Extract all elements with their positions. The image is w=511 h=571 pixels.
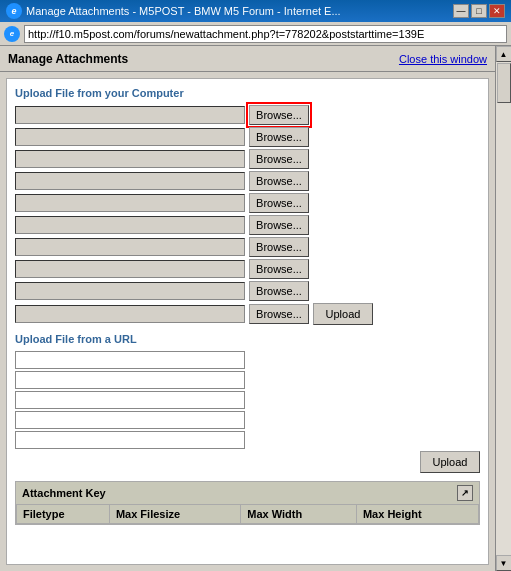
file-input-2[interactable] (15, 128, 245, 146)
url-input-3[interactable] (15, 391, 245, 409)
attachment-key-section: Attachment Key ↗ Filetype Max Filesize M… (15, 481, 480, 525)
scroll-up-button[interactable]: ▲ (496, 46, 512, 62)
browse-button-3[interactable]: Browse... (249, 149, 309, 169)
upload-file-title: Upload File from your Computer (15, 87, 480, 99)
upload-row-3: Browse... (15, 149, 480, 169)
manage-header: Manage Attachments Close this window (0, 46, 495, 72)
file-input-9[interactable] (15, 282, 245, 300)
table-header-row: Filetype Max Filesize Max Width Max Heig… (17, 505, 479, 524)
title-bar-left: e Manage Attachments - M5POST - BMW M5 F… (6, 3, 341, 19)
upload-file-section: Upload File from your Computer Browse...… (15, 87, 480, 325)
address-input[interactable] (24, 25, 507, 43)
close-button[interactable]: ✕ (489, 4, 505, 18)
upload-row-2: Browse... (15, 127, 480, 147)
col-max-width: Max Width (241, 505, 357, 524)
file-input-7[interactable] (15, 238, 245, 256)
upload-row-7: Browse... (15, 237, 480, 257)
close-window-link[interactable]: Close this window (399, 53, 487, 65)
scroll-thumb[interactable] (497, 63, 511, 103)
scroll-track (496, 62, 512, 555)
attachment-key-table: Filetype Max Filesize Max Width Max Heig… (16, 504, 479, 524)
url-fields (15, 351, 480, 449)
browse-button-7[interactable]: Browse... (249, 237, 309, 257)
upload-row-9: Browse... (15, 281, 480, 301)
upload-row-8: Browse... (15, 259, 480, 279)
upload-file-button[interactable]: Upload (313, 303, 373, 325)
browse-button-5[interactable]: Browse... (249, 193, 309, 213)
browse-button-8[interactable]: Browse... (249, 259, 309, 279)
browse-button-6[interactable]: Browse... (249, 215, 309, 235)
col-max-filesize: Max Filesize (109, 505, 240, 524)
title-bar: e Manage Attachments - M5POST - BMW M5 F… (0, 0, 511, 22)
upload-row-1: Browse... (15, 105, 480, 125)
browse-button-10[interactable]: Browse... (249, 304, 309, 324)
file-input-10[interactable] (15, 305, 245, 323)
inner-panel: Upload File from your Computer Browse...… (6, 78, 489, 565)
content-area: Manage Attachments Close this window Upl… (0, 46, 495, 571)
col-filetype: Filetype (17, 505, 110, 524)
maximize-button[interactable]: □ (471, 4, 487, 18)
ie-icon: e (6, 3, 22, 19)
upload-url-section: Upload File from a URL Upload (15, 333, 480, 473)
upload-row-4: Browse... (15, 171, 480, 191)
file-input-5[interactable] (15, 194, 245, 212)
upload-url-button[interactable]: Upload (420, 451, 480, 473)
upload-row-5: Browse... (15, 193, 480, 213)
url-input-4[interactable] (15, 411, 245, 429)
file-input-8[interactable] (15, 260, 245, 278)
url-input-2[interactable] (15, 371, 245, 389)
manage-title: Manage Attachments (8, 52, 128, 66)
file-input-4[interactable] (15, 172, 245, 190)
attachment-key-header: Attachment Key ↗ (16, 482, 479, 504)
file-input-6[interactable] (15, 216, 245, 234)
url-bottom-row: Upload (15, 451, 480, 473)
main-container: Manage Attachments Close this window Upl… (0, 46, 511, 571)
attachment-key-title: Attachment Key (22, 487, 106, 499)
scrollbar: ▲ ▼ (495, 46, 511, 571)
browser-icon: e (4, 26, 20, 42)
expand-key-button[interactable]: ↗ (457, 485, 473, 501)
url-input-1[interactable] (15, 351, 245, 369)
file-input-1[interactable] (15, 106, 245, 124)
minimize-button[interactable]: — (453, 4, 469, 18)
scroll-down-button[interactable]: ▼ (496, 555, 512, 571)
browse-button-4[interactable]: Browse... (249, 171, 309, 191)
upload-file-grid: Browse... Browse... Browse... (15, 105, 480, 325)
col-max-height: Max Height (356, 505, 478, 524)
browse-button-1[interactable]: Browse... (249, 105, 309, 125)
window-title: Manage Attachments - M5POST - BMW M5 For… (26, 5, 341, 17)
upload-url-title: Upload File from a URL (15, 333, 480, 345)
address-bar: e (0, 22, 511, 46)
upload-row-6: Browse... (15, 215, 480, 235)
upload-row-10: Browse... Upload (15, 303, 480, 325)
file-input-3[interactable] (15, 150, 245, 168)
url-input-5[interactable] (15, 431, 245, 449)
title-buttons: — □ ✕ (453, 4, 505, 18)
browse-button-9[interactable]: Browse... (249, 281, 309, 301)
browse-button-2[interactable]: Browse... (249, 127, 309, 147)
